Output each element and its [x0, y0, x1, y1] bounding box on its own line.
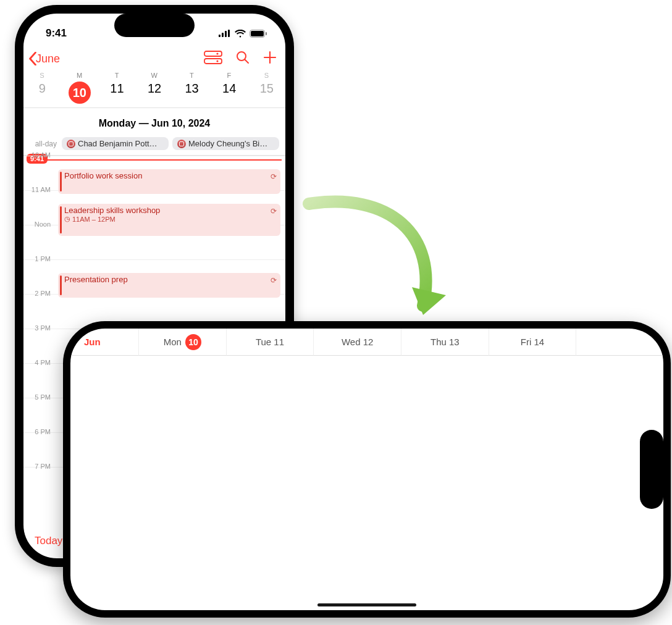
svg-rect-7	[204, 51, 222, 56]
calendar-event[interactable]: Leadership skills workshop◷ 11AM – 12PM⟳	[58, 204, 280, 236]
nav-bar: June	[23, 47, 285, 69]
date-heading: Monday — Jun 10, 2024	[23, 108, 285, 135]
repeat-icon: ⟳	[271, 276, 277, 285]
weekday-label: S	[23, 72, 61, 79]
svg-rect-5	[251, 31, 264, 36]
gift-icon	[67, 140, 75, 148]
month-label[interactable]: Jun	[70, 329, 138, 356]
svg-line-12	[245, 60, 249, 64]
clock-icon: ◷	[64, 215, 70, 223]
repeat-icon: ⟳	[271, 172, 277, 181]
hour-label: 2 PM	[23, 290, 53, 297]
event-title: Leadership skills workshop	[64, 206, 277, 215]
status-time: 9:41	[46, 27, 67, 40]
wifi-icon	[235, 30, 246, 38]
today-badge: 10	[185, 334, 201, 350]
dynamic-island	[114, 14, 195, 37]
hour-label: 11 AM	[23, 186, 53, 193]
day-header[interactable]: Wed 12	[313, 329, 401, 356]
weekday-label: S	[248, 72, 285, 79]
view-toggle-icon[interactable]	[204, 51, 222, 67]
landscape-screen: JunMon10Tue 11Wed 12Thu 13Fri 14 all-day…	[70, 329, 663, 610]
svg-rect-0	[219, 35, 220, 37]
back-label: June	[36, 52, 60, 65]
svg-point-9	[216, 52, 218, 54]
all-day-row: all-day Chad Benjamin Pott…Melody Cheung…	[23, 135, 285, 156]
calendar-event[interactable]: Presentation prep⟳	[58, 273, 280, 298]
phone-landscape-frame: JunMon10Tue 11Wed 12Thu 13Fri 14 all-day…	[63, 321, 671, 618]
event-title: Presentation prep	[64, 275, 277, 284]
svg-point-10	[216, 60, 218, 62]
hour-label: 1 PM	[23, 255, 53, 262]
home-indicator	[317, 603, 416, 606]
day-number: 10	[69, 82, 91, 104]
day-header[interactable]: Fri 14	[489, 329, 576, 356]
svg-rect-3	[228, 30, 230, 37]
week-day-column[interactable]: F14	[211, 72, 248, 104]
day-number: 9	[23, 82, 61, 96]
cellular-icon	[219, 30, 231, 37]
week-header-row: JunMon10Tue 11Wed 12Thu 13Fri 14	[70, 329, 663, 610]
hour-label: 10 AM	[23, 151, 53, 159]
week-day-column[interactable]: T13	[173, 72, 211, 104]
week-row: S9M10T11W12T13F14S15	[23, 69, 285, 104]
nav-actions	[204, 51, 277, 67]
week-day-column[interactable]: S9	[23, 72, 61, 104]
day-number: 11	[98, 82, 136, 96]
day-header[interactable]: Tue 11	[226, 329, 314, 356]
svg-rect-2	[225, 31, 227, 37]
hour-label: 7 PM	[23, 463, 53, 470]
status-indicators	[219, 30, 267, 38]
svg-rect-1	[222, 33, 224, 37]
hour-label: 4 PM	[23, 359, 53, 366]
add-icon[interactable]	[263, 51, 277, 67]
battery-icon	[250, 30, 267, 38]
weekday-label: M	[61, 72, 99, 79]
day-header[interactable]: Mon10	[138, 329, 226, 356]
event-label: Chad Benjamin Pott…	[78, 139, 158, 148]
event-subtitle: ◷ 11AM – 12PM	[64, 215, 277, 223]
weekday-label: F	[211, 72, 248, 79]
event-title: Portfolio work session	[64, 171, 277, 180]
day-number: 12	[136, 82, 174, 96]
week-day-column[interactable]: M10	[61, 72, 99, 104]
back-button[interactable]: June	[28, 52, 60, 65]
dynamic-island-landscape	[640, 430, 663, 509]
event-label: Melody Cheung's Bi…	[188, 139, 267, 148]
all-day-event[interactable]: Melody Cheung's Bi…	[172, 137, 279, 150]
calendar-event[interactable]: Portfolio work session⟳	[58, 169, 280, 194]
day-header[interactable]: Thu 13	[401, 329, 489, 356]
weekday-label: T	[173, 72, 211, 79]
week-day-column[interactable]: W12	[136, 72, 174, 104]
svg-rect-6	[266, 32, 267, 35]
all-day-event[interactable]: Chad Benjamin Pott…	[62, 137, 169, 150]
repeat-icon: ⟳	[271, 207, 277, 216]
search-icon[interactable]	[236, 51, 250, 67]
day-number: 13	[173, 82, 211, 96]
weekday-label: W	[136, 72, 174, 79]
all-day-events: Chad Benjamin Pott…Melody Cheung's Bi…	[62, 137, 279, 150]
weekday-label: T	[98, 72, 136, 79]
hour-label: 6 PM	[23, 428, 53, 435]
today-button[interactable]: Today	[35, 535, 62, 547]
hour-label: Noon	[23, 220, 53, 228]
all-day-label: all-day	[28, 140, 58, 148]
hour-label: 5 PM	[23, 393, 53, 401]
day-number: 14	[211, 82, 248, 96]
hour-label: 3 PM	[23, 324, 53, 332]
gift-icon	[177, 140, 186, 148]
day-number: 15	[248, 82, 285, 96]
day-header[interactable]	[576, 329, 663, 356]
week-day-column[interactable]: S15	[248, 72, 285, 104]
svg-rect-8	[204, 59, 222, 64]
week-day-column[interactable]: T11	[98, 72, 136, 104]
